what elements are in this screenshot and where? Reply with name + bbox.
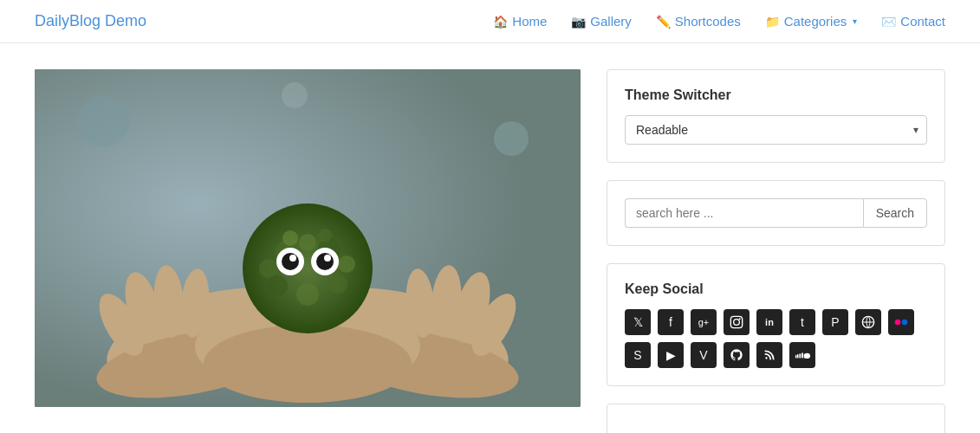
site-header: DailyBlog Demo 🏠 Home 📷 Gallery ✏️ Short… xyxy=(0,0,980,43)
theme-switcher-title: Theme Switcher xyxy=(625,87,927,103)
nav-categories[interactable]: 📁 Categories ▾ xyxy=(765,14,858,29)
search-form: Search xyxy=(625,198,927,228)
envelope-icon: ✉️ xyxy=(881,15,896,29)
main-content-area: Theme Switcher Readable Default Cerulean… xyxy=(0,43,980,433)
svg-rect-45 xyxy=(797,354,799,359)
svg-point-38 xyxy=(734,320,740,326)
vimeo-icon[interactable]: V xyxy=(691,342,717,368)
search-button[interactable]: Search xyxy=(863,198,927,228)
pencil-icon: ✏️ xyxy=(656,15,671,29)
image-placeholder xyxy=(35,69,581,407)
rss-icon[interactable] xyxy=(756,342,782,368)
theme-select-wrapper: Readable Default Cerulean Cosmo Flatly ▾ xyxy=(625,115,927,145)
svg-rect-49 xyxy=(795,355,796,359)
svg-point-28 xyxy=(296,283,319,306)
svg-point-43 xyxy=(765,357,767,359)
svg-point-32 xyxy=(282,253,299,270)
twitter-icon[interactable]: 𝕏 xyxy=(625,309,651,335)
svg-rect-46 xyxy=(799,353,801,358)
svg-point-35 xyxy=(316,253,334,270)
svg-point-24 xyxy=(259,259,278,278)
svg-point-2 xyxy=(494,121,529,156)
bottom-partial-widget xyxy=(607,404,945,433)
theme-select[interactable]: Readable Default Cerulean Cosmo Flatly xyxy=(625,115,927,145)
github-icon[interactable] xyxy=(724,342,750,368)
search-widget: Search xyxy=(607,180,945,246)
youtube-icon[interactable]: ▶ xyxy=(658,342,684,368)
svg-rect-47 xyxy=(802,352,803,358)
instagram-icon[interactable] xyxy=(724,309,750,335)
dropdown-caret-icon: ▾ xyxy=(853,16,857,26)
camera-icon: 📷 xyxy=(571,15,586,29)
svg-point-26 xyxy=(267,275,288,296)
site-title[interactable]: DailyBlog Demo xyxy=(35,12,146,30)
nav-contact[interactable]: ✉️ Contact xyxy=(881,14,945,29)
googleplus-icon[interactable]: g+ xyxy=(691,309,717,335)
nav-home[interactable]: 🏠 Home xyxy=(493,14,547,29)
home-icon: 🏠 xyxy=(493,15,508,29)
flickr-icon[interactable] xyxy=(888,309,914,335)
facebook-icon[interactable]: f xyxy=(658,309,684,335)
svg-point-41 xyxy=(895,320,901,326)
theme-switcher-widget: Theme Switcher Readable Default Cerulean… xyxy=(607,69,945,163)
nav-shortcodes[interactable]: ✏️ Shortcodes xyxy=(656,14,741,29)
nav-gallery[interactable]: 📷 Gallery xyxy=(571,14,632,29)
svg-point-33 xyxy=(289,255,296,262)
svg-rect-37 xyxy=(730,316,742,327)
featured-image xyxy=(35,69,581,407)
svg-point-25 xyxy=(338,255,355,273)
svg-point-1 xyxy=(78,95,130,147)
svg-point-39 xyxy=(739,318,741,320)
svg-point-5 xyxy=(282,82,308,108)
svg-point-36 xyxy=(324,255,331,262)
social-widget-title: Keep Social xyxy=(625,281,927,297)
svg-rect-48 xyxy=(804,354,806,359)
svg-point-27 xyxy=(328,275,347,294)
svg-point-30 xyxy=(318,229,332,242)
pinterest-icon[interactable]: P xyxy=(822,309,848,335)
skype-icon[interactable]: S xyxy=(625,342,651,368)
dribbble-icon[interactable] xyxy=(855,309,881,335)
svg-point-29 xyxy=(282,230,298,246)
social-icons-container: 𝕏 f g+ in t P xyxy=(625,309,927,368)
svg-point-22 xyxy=(299,234,316,251)
soundcloud-icon[interactable] xyxy=(789,342,815,368)
folder-icon: 📁 xyxy=(765,15,780,29)
linkedin-icon[interactable]: in xyxy=(756,309,782,335)
svg-point-42 xyxy=(902,320,908,326)
main-nav: 🏠 Home 📷 Gallery ✏️ Shortcodes 📁 Categor… xyxy=(493,14,945,29)
tumblr-icon[interactable]: t xyxy=(789,309,815,335)
search-input[interactable] xyxy=(625,198,863,228)
svg-point-19 xyxy=(204,325,412,403)
sidebar: Theme Switcher Readable Default Cerulean… xyxy=(607,69,945,433)
social-widget: Keep Social 𝕏 f g+ in t P xyxy=(607,263,945,386)
